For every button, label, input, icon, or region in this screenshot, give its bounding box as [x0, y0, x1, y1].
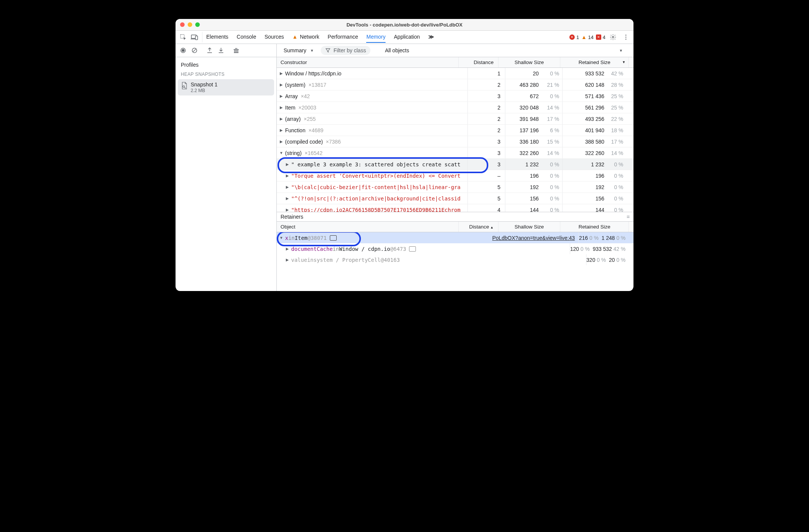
- table-row[interactable]: ▶" example 3 example 3: scattered object…: [277, 159, 633, 170]
- disclosure-closed-icon[interactable]: ▶: [279, 71, 284, 75]
- table-row[interactable]: ▶"Torque assert 'Convert<uintptr>(endInd…: [277, 170, 633, 182]
- col-distance[interactable]: Distance: [459, 57, 499, 67]
- heap-snapshots-label: HEAP SNAPSHOTS: [181, 72, 271, 77]
- table-row[interactable]: ▶(system)×138172463 28021 %620 14828 %: [277, 79, 633, 91]
- col-shallow-size[interactable]: Shallow Size: [499, 222, 560, 232]
- disclosure-closed-icon[interactable]: ▶: [279, 117, 284, 121]
- cell-shallow: 320 04814 %: [505, 102, 563, 113]
- table-row[interactable]: ▶(array)×2552391 94817 %493 25622 %: [277, 113, 633, 125]
- row-label: "^(?!on|src|(?:action|archive|background…: [291, 196, 461, 202]
- retainer-row[interactable]: ▶documentCache in Window / cdpn.io @6473…: [277, 243, 633, 254]
- disclosure-closed-icon[interactable]: ▶: [285, 196, 290, 200]
- table-row[interactable]: ▶Array×4236720 %571 43625 %: [277, 91, 633, 102]
- disclosure-closed-icon[interactable]: ▶: [285, 258, 290, 262]
- disclosure-closed-icon[interactable]: ▶: [279, 105, 284, 110]
- cell-distance: 3: [586, 257, 590, 263]
- cell-shallow: 322 26014 %: [505, 147, 563, 158]
- table-row[interactable]: ▶Window / https://cdpn.io1200 %933 53242…: [277, 68, 633, 79]
- inspect-element-icon[interactable]: [178, 32, 188, 42]
- device-toolbar-icon[interactable]: [189, 32, 200, 42]
- profiles-sidebar: Profiles HEAP SNAPSHOTS Snapshot 1 2.2 M…: [176, 57, 277, 291]
- table-row[interactable]: ▶(compiled code)×73863336 18015 %388 580…: [277, 136, 633, 147]
- disclosure-closed-icon[interactable]: ▶: [285, 162, 290, 166]
- objects-dropdown[interactable]: All objects: [382, 46, 412, 55]
- tab-sources[interactable]: Sources: [265, 31, 284, 43]
- tab-application[interactable]: Application: [394, 31, 420, 43]
- cell-shallow: 1960 %: [505, 170, 563, 181]
- col-distance[interactable]: Distance: [459, 222, 499, 232]
- row-count: ×42: [301, 93, 310, 99]
- row-label: Item: [285, 105, 295, 111]
- close-window-button[interactable]: [180, 22, 185, 27]
- source-link[interactable]: PoLdbOX?anon=true&view=live:43: [492, 235, 575, 241]
- tab-elements[interactable]: Elements: [206, 31, 228, 43]
- hamburger-icon[interactable]: ≡: [627, 214, 630, 220]
- table-row[interactable]: ▶Function×46892137 1966 %401 94018 %: [277, 125, 633, 136]
- disclosure-closed-icon[interactable]: ▶: [285, 247, 290, 251]
- disclosure-closed-icon[interactable]: ▶: [279, 94, 284, 98]
- element-reveal-icon[interactable]: [330, 235, 337, 241]
- disclosure-closed-icon[interactable]: ▶: [279, 83, 284, 87]
- disclosure-closed-icon[interactable]: ▶: [279, 139, 284, 144]
- disclosure-closed-icon[interactable]: ▶: [285, 185, 290, 189]
- disclosure-open-icon[interactable]: ▼: [279, 151, 284, 155]
- col-retained-size[interactable]: Retained Size▼: [560, 57, 629, 67]
- tab-more[interactable]: ≫: [428, 31, 434, 43]
- extension-error-count[interactable]: 4: [596, 34, 605, 40]
- table-row[interactable]: ▶"\b(calc|cubic-bezier|fit-content|hsl|h…: [277, 182, 633, 193]
- error-count[interactable]: 1: [569, 34, 579, 40]
- retainer-row[interactable]: ▶value in system / PropertyCell @4016332…: [277, 254, 633, 265]
- class-filter-input[interactable]: Filter by class: [321, 46, 371, 55]
- download-icon[interactable]: [216, 45, 226, 56]
- row-count: ×4689: [309, 127, 323, 133]
- tab-network[interactable]: ▲Network: [292, 31, 319, 43]
- filter-placeholder: Filter by class: [334, 47, 366, 53]
- table-row[interactable]: ▶"^(?!on|src|(?:action|archive|backgroun…: [277, 193, 633, 204]
- cell-retained: 620 14828 %: [563, 79, 629, 90]
- warning-count[interactable]: ▲14: [581, 34, 593, 40]
- disclosure-closed-icon[interactable]: ▶: [285, 208, 290, 212]
- cell-distance: 2: [468, 79, 505, 90]
- cell-retained: 561 29625 %: [563, 102, 629, 113]
- retainer-class: Item: [295, 235, 307, 241]
- row-label: (system): [285, 82, 306, 88]
- window-title: DevTools - codepen.io/web-dot-dev/live/P…: [176, 22, 633, 28]
- cell-retained: 401 94018 %: [563, 125, 629, 136]
- minimize-window-button[interactable]: [188, 22, 192, 27]
- cell-retained: 200 %: [609, 257, 629, 263]
- cell-distance: 3: [468, 91, 505, 102]
- row-label: (string): [285, 150, 302, 156]
- disclosure-closed-icon[interactable]: ▶: [279, 128, 284, 132]
- col-object[interactable]: Object: [277, 222, 459, 232]
- col-constructor[interactable]: Constructor: [277, 57, 459, 67]
- cell-shallow: 200 %: [573, 246, 593, 252]
- cell-retained: 1440 %: [563, 204, 629, 212]
- view-dropdown[interactable]: Summary▼: [281, 46, 317, 55]
- element-reveal-icon[interactable]: [409, 246, 416, 252]
- chevron-down-icon[interactable]: ▼: [619, 49, 623, 53]
- cell-shallow: 1 2320 %: [505, 159, 563, 170]
- cell-distance: 5: [468, 182, 505, 192]
- table-row[interactable]: ▶Item×200032320 04814 %561 29625 %: [277, 102, 633, 113]
- table-row[interactable]: ▼(string)×165423322 26014 %322 26014 %: [277, 147, 633, 159]
- upload-icon[interactable]: [204, 45, 215, 56]
- cell-retained: 933 53242 %: [563, 68, 629, 79]
- kebab-menu-icon[interactable]: [621, 32, 631, 42]
- disclosure-open-icon[interactable]: ▼: [279, 236, 284, 240]
- retainer-row[interactable]: ▼x in Item @38071PoLdbOX?anon=true&view=…: [277, 232, 633, 243]
- table-row[interactable]: ▶"https://cdpn.io2AC766158D5B7507E170156…: [277, 204, 633, 212]
- zoom-window-button[interactable]: [195, 22, 200, 27]
- clear-icon[interactable]: [189, 45, 200, 56]
- memory-toolbar: Summary▼ Filter by class All objects ▼: [176, 44, 633, 57]
- snapshot-item[interactable]: Snapshot 1 2.2 MB: [178, 79, 274, 95]
- disclosure-closed-icon[interactable]: ▶: [285, 174, 290, 178]
- tab-memory[interactable]: Memory: [366, 31, 386, 43]
- tab-performance[interactable]: Performance: [328, 31, 358, 43]
- tab-console[interactable]: Console: [237, 31, 256, 43]
- col-shallow-size[interactable]: Shallow Size: [499, 57, 560, 67]
- garbage-collect-icon[interactable]: [231, 45, 241, 56]
- row-count: ×13817: [309, 82, 326, 88]
- col-retained-size[interactable]: Retained Size: [560, 222, 629, 232]
- settings-icon[interactable]: [608, 32, 618, 42]
- record-icon[interactable]: [178, 45, 188, 56]
